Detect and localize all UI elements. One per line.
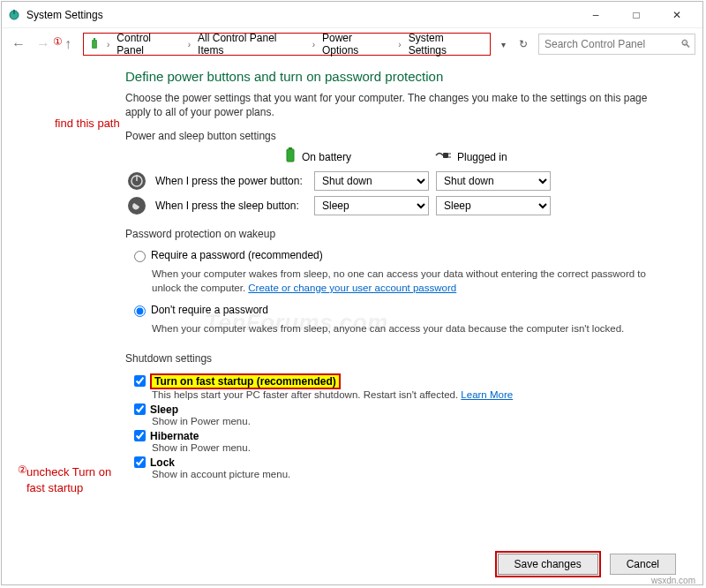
power-button-icon [125, 171, 148, 191]
sleep-button-label: When I press the sleep button: [155, 200, 307, 212]
content-area: Define power buttons and turn on passwor… [2, 60, 702, 483]
sleep-button-icon [125, 196, 148, 215]
close-button[interactable]: ✕ [657, 2, 697, 28]
breadcrumb-item[interactable]: Control Panel [115, 32, 182, 57]
section-shutdown: Shutdown settings [125, 352, 667, 365]
save-button-highlight: Save changes [495, 551, 601, 577]
breadcrumb-item[interactable]: Power Options [320, 32, 393, 57]
section-password: Password protection on wakeup [125, 228, 667, 240]
footer: Save changes Cancel [2, 544, 702, 584]
checkbox-hibernate[interactable] [134, 430, 146, 441]
search-box[interactable]: 🔍︎ [538, 34, 695, 55]
checkbox-lock[interactable] [134, 456, 146, 468]
column-headers: On battery Plugged in [284, 147, 667, 166]
breadcrumb-item[interactable]: All Control Panel Items [196, 32, 307, 57]
source-watermark: wsxdn.com [651, 576, 695, 585]
label-sleep: Sleep [150, 403, 178, 416]
power-button-label: When I press the power button: [155, 175, 307, 187]
forward-button[interactable]: → [34, 34, 53, 54]
require-password-description: When your computer wakes from sleep, no … [152, 268, 667, 295]
svg-rect-2 [92, 40, 97, 49]
radio-require-password[interactable]: Require a password (recommended) [134, 249, 667, 262]
hibernate-description: Show in Power menu. [152, 442, 667, 453]
annotation-1-number: ① [53, 35, 63, 48]
sleep-description: Show in Power menu. [152, 416, 667, 426]
checkbox-fast-startup[interactable] [134, 375, 146, 387]
section-power-sleep: Power and sleep button settings [125, 130, 667, 142]
search-input[interactable] [545, 38, 677, 50]
svg-rect-1 [13, 10, 15, 14]
refresh-button[interactable]: ↻ [514, 34, 533, 54]
window-title: System Settings [26, 9, 575, 21]
battery-icon [284, 147, 297, 166]
power-battery-select[interactable]: Shut down [314, 171, 429, 191]
chevron-right-icon: › [105, 40, 111, 49]
chevron-right-icon: › [311, 40, 317, 49]
column-on-battery: On battery [284, 147, 390, 166]
save-button[interactable]: Save changes [498, 554, 598, 575]
link-change-password[interactable]: Create or change your user account passw… [248, 283, 456, 293]
power-icon [87, 37, 101, 51]
label-lock: Lock [150, 456, 175, 469]
row-sleep-button: When I press the sleep button: Sleep Sle… [125, 196, 667, 215]
row-power-button: When I press the power button: Shut down… [125, 171, 667, 191]
cancel-button[interactable]: Cancel [610, 554, 676, 575]
plug-icon [434, 149, 452, 164]
no-password-description: When your computer wakes from sleep, any… [152, 322, 667, 336]
maximize-button[interactable]: □ [616, 2, 657, 28]
navbar: ← → ① ↑ › Control Panel › All Control Pa… [2, 28, 702, 60]
svg-rect-5 [289, 147, 292, 149]
breadcrumb-history-dropdown[interactable]: ▾ [496, 40, 510, 49]
radio-no-password-input[interactable] [134, 305, 146, 317]
search-icon: 🔍︎ [680, 38, 691, 50]
page-heading: Define power buttons and turn on passwor… [125, 69, 667, 84]
back-button[interactable]: ← [9, 34, 28, 54]
app-icon [7, 8, 21, 22]
sleep-battery-select[interactable]: Sleep [314, 196, 429, 215]
titlebar: System Settings – □ ✕ [2, 2, 702, 28]
column-plugged-in: Plugged in [434, 147, 540, 166]
svg-rect-3 [94, 38, 95, 41]
link-learn-more[interactable]: Learn More [461, 389, 513, 400]
svg-rect-4 [287, 149, 294, 162]
checkbox-sleep[interactable] [134, 403, 146, 415]
chevron-right-icon: › [396, 40, 402, 49]
radio-require-password-input[interactable] [134, 251, 146, 262]
label-hibernate: Hibernate [150, 430, 199, 442]
radio-no-password[interactable]: Don't require a password [134, 304, 667, 317]
minimize-button[interactable]: – [575, 2, 616, 28]
lock-description: Show in account picture menu. [152, 469, 667, 479]
breadcrumb-item[interactable]: System Settings [407, 32, 486, 57]
page-description: Choose the power settings that you want … [125, 91, 667, 119]
window: System Settings – □ ✕ ← → ① ↑ › Control … [1, 1, 703, 585]
breadcrumb[interactable]: › Control Panel › All Control Panel Item… [83, 33, 491, 56]
svg-rect-6 [443, 153, 448, 158]
chevron-right-icon: › [186, 40, 192, 49]
fast-startup-description: This helps start your PC faster after sh… [152, 389, 667, 400]
sleep-plugged-select[interactable]: Sleep [436, 196, 551, 215]
power-plugged-select[interactable]: Shut down [436, 171, 551, 191]
label-fast-startup: Turn on fast startup (recommended) [150, 373, 341, 389]
